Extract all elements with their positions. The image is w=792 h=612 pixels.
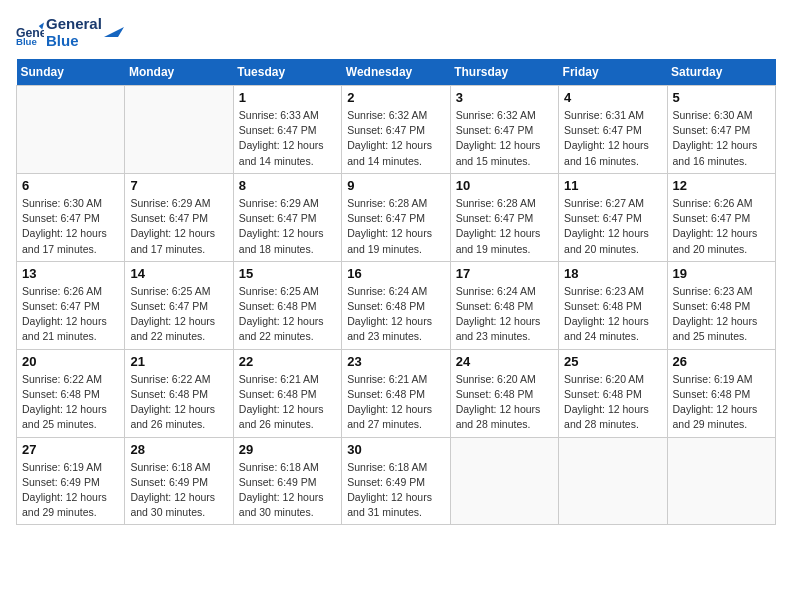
- weekday-header-sunday: Sunday: [17, 59, 125, 86]
- day-info: Sunrise: 6:24 AM Sunset: 6:48 PM Dayligh…: [347, 284, 444, 345]
- logo-blue: Blue: [46, 33, 102, 50]
- day-number: 28: [130, 442, 227, 457]
- calendar-cell: 1Sunrise: 6:33 AM Sunset: 6:47 PM Daylig…: [233, 86, 341, 174]
- weekday-header-wednesday: Wednesday: [342, 59, 450, 86]
- calendar-cell: 28Sunrise: 6:18 AM Sunset: 6:49 PM Dayli…: [125, 437, 233, 525]
- day-info: Sunrise: 6:32 AM Sunset: 6:47 PM Dayligh…: [456, 108, 553, 169]
- logo-arrow-icon: [104, 19, 124, 37]
- day-info: Sunrise: 6:25 AM Sunset: 6:48 PM Dayligh…: [239, 284, 336, 345]
- calendar-cell: 24Sunrise: 6:20 AM Sunset: 6:48 PM Dayli…: [450, 349, 558, 437]
- weekday-header-monday: Monday: [125, 59, 233, 86]
- day-info: Sunrise: 6:30 AM Sunset: 6:47 PM Dayligh…: [22, 196, 119, 257]
- calendar-cell: 19Sunrise: 6:23 AM Sunset: 6:48 PM Dayli…: [667, 261, 775, 349]
- logo: General Blue General Blue: [16, 16, 124, 49]
- day-number: 22: [239, 354, 336, 369]
- calendar-cell: 2Sunrise: 6:32 AM Sunset: 6:47 PM Daylig…: [342, 86, 450, 174]
- calendar-cell: 20Sunrise: 6:22 AM Sunset: 6:48 PM Dayli…: [17, 349, 125, 437]
- day-info: Sunrise: 6:23 AM Sunset: 6:48 PM Dayligh…: [564, 284, 661, 345]
- calendar-cell: 10Sunrise: 6:28 AM Sunset: 6:47 PM Dayli…: [450, 173, 558, 261]
- day-number: 17: [456, 266, 553, 281]
- calendar-cell: 23Sunrise: 6:21 AM Sunset: 6:48 PM Dayli…: [342, 349, 450, 437]
- logo-icon: General Blue: [16, 19, 44, 47]
- calendar-cell: 12Sunrise: 6:26 AM Sunset: 6:47 PM Dayli…: [667, 173, 775, 261]
- calendar-cell: [559, 437, 667, 525]
- weekday-header-tuesday: Tuesday: [233, 59, 341, 86]
- day-info: Sunrise: 6:20 AM Sunset: 6:48 PM Dayligh…: [456, 372, 553, 433]
- day-number: 2: [347, 90, 444, 105]
- day-number: 19: [673, 266, 770, 281]
- day-number: 21: [130, 354, 227, 369]
- day-number: 9: [347, 178, 444, 193]
- day-info: Sunrise: 6:31 AM Sunset: 6:47 PM Dayligh…: [564, 108, 661, 169]
- day-info: Sunrise: 6:24 AM Sunset: 6:48 PM Dayligh…: [456, 284, 553, 345]
- calendar-cell: 25Sunrise: 6:20 AM Sunset: 6:48 PM Dayli…: [559, 349, 667, 437]
- calendar-cell: 5Sunrise: 6:30 AM Sunset: 6:47 PM Daylig…: [667, 86, 775, 174]
- day-number: 4: [564, 90, 661, 105]
- day-info: Sunrise: 6:29 AM Sunset: 6:47 PM Dayligh…: [130, 196, 227, 257]
- calendar-cell: 16Sunrise: 6:24 AM Sunset: 6:48 PM Dayli…: [342, 261, 450, 349]
- calendar-cell: 30Sunrise: 6:18 AM Sunset: 6:49 PM Dayli…: [342, 437, 450, 525]
- calendar-cell: 27Sunrise: 6:19 AM Sunset: 6:49 PM Dayli…: [17, 437, 125, 525]
- calendar-cell: [125, 86, 233, 174]
- calendar-table: SundayMondayTuesdayWednesdayThursdayFrid…: [16, 59, 776, 525]
- calendar-week-1: 1Sunrise: 6:33 AM Sunset: 6:47 PM Daylig…: [17, 86, 776, 174]
- day-number: 20: [22, 354, 119, 369]
- day-info: Sunrise: 6:28 AM Sunset: 6:47 PM Dayligh…: [347, 196, 444, 257]
- calendar-cell: 9Sunrise: 6:28 AM Sunset: 6:47 PM Daylig…: [342, 173, 450, 261]
- day-number: 10: [456, 178, 553, 193]
- calendar-week-2: 6Sunrise: 6:30 AM Sunset: 6:47 PM Daylig…: [17, 173, 776, 261]
- day-number: 29: [239, 442, 336, 457]
- calendar-cell: 17Sunrise: 6:24 AM Sunset: 6:48 PM Dayli…: [450, 261, 558, 349]
- day-info: Sunrise: 6:23 AM Sunset: 6:48 PM Dayligh…: [673, 284, 770, 345]
- page-header: General Blue General Blue: [16, 16, 776, 49]
- day-info: Sunrise: 6:32 AM Sunset: 6:47 PM Dayligh…: [347, 108, 444, 169]
- day-number: 1: [239, 90, 336, 105]
- day-number: 6: [22, 178, 119, 193]
- calendar-week-3: 13Sunrise: 6:26 AM Sunset: 6:47 PM Dayli…: [17, 261, 776, 349]
- calendar-week-5: 27Sunrise: 6:19 AM Sunset: 6:49 PM Dayli…: [17, 437, 776, 525]
- calendar-cell: 13Sunrise: 6:26 AM Sunset: 6:47 PM Dayli…: [17, 261, 125, 349]
- day-info: Sunrise: 6:21 AM Sunset: 6:48 PM Dayligh…: [239, 372, 336, 433]
- day-info: Sunrise: 6:22 AM Sunset: 6:48 PM Dayligh…: [22, 372, 119, 433]
- day-number: 14: [130, 266, 227, 281]
- calendar-cell: 4Sunrise: 6:31 AM Sunset: 6:47 PM Daylig…: [559, 86, 667, 174]
- svg-marker-3: [104, 27, 124, 37]
- day-number: 26: [673, 354, 770, 369]
- day-info: Sunrise: 6:26 AM Sunset: 6:47 PM Dayligh…: [22, 284, 119, 345]
- day-number: 13: [22, 266, 119, 281]
- day-number: 8: [239, 178, 336, 193]
- weekday-header-saturday: Saturday: [667, 59, 775, 86]
- calendar-cell: [450, 437, 558, 525]
- day-number: 3: [456, 90, 553, 105]
- calendar-cell: 26Sunrise: 6:19 AM Sunset: 6:48 PM Dayli…: [667, 349, 775, 437]
- logo-general: General: [46, 16, 102, 33]
- day-info: Sunrise: 6:21 AM Sunset: 6:48 PM Dayligh…: [347, 372, 444, 433]
- day-number: 27: [22, 442, 119, 457]
- day-number: 12: [673, 178, 770, 193]
- calendar-week-4: 20Sunrise: 6:22 AM Sunset: 6:48 PM Dayli…: [17, 349, 776, 437]
- day-info: Sunrise: 6:22 AM Sunset: 6:48 PM Dayligh…: [130, 372, 227, 433]
- day-info: Sunrise: 6:19 AM Sunset: 6:49 PM Dayligh…: [22, 460, 119, 521]
- day-info: Sunrise: 6:27 AM Sunset: 6:47 PM Dayligh…: [564, 196, 661, 257]
- calendar-cell: [17, 86, 125, 174]
- calendar-cell: 14Sunrise: 6:25 AM Sunset: 6:47 PM Dayli…: [125, 261, 233, 349]
- calendar-cell: 6Sunrise: 6:30 AM Sunset: 6:47 PM Daylig…: [17, 173, 125, 261]
- calendar-cell: 18Sunrise: 6:23 AM Sunset: 6:48 PM Dayli…: [559, 261, 667, 349]
- calendar-cell: 8Sunrise: 6:29 AM Sunset: 6:47 PM Daylig…: [233, 173, 341, 261]
- calendar-cell: [667, 437, 775, 525]
- svg-text:Blue: Blue: [16, 36, 37, 47]
- day-number: 23: [347, 354, 444, 369]
- day-info: Sunrise: 6:29 AM Sunset: 6:47 PM Dayligh…: [239, 196, 336, 257]
- calendar-cell: 15Sunrise: 6:25 AM Sunset: 6:48 PM Dayli…: [233, 261, 341, 349]
- day-number: 16: [347, 266, 444, 281]
- day-info: Sunrise: 6:18 AM Sunset: 6:49 PM Dayligh…: [130, 460, 227, 521]
- day-number: 30: [347, 442, 444, 457]
- weekday-header-friday: Friday: [559, 59, 667, 86]
- calendar-cell: 21Sunrise: 6:22 AM Sunset: 6:48 PM Dayli…: [125, 349, 233, 437]
- day-number: 15: [239, 266, 336, 281]
- weekday-header-thursday: Thursday: [450, 59, 558, 86]
- day-info: Sunrise: 6:25 AM Sunset: 6:47 PM Dayligh…: [130, 284, 227, 345]
- day-info: Sunrise: 6:20 AM Sunset: 6:48 PM Dayligh…: [564, 372, 661, 433]
- day-info: Sunrise: 6:28 AM Sunset: 6:47 PM Dayligh…: [456, 196, 553, 257]
- calendar-header-row: SundayMondayTuesdayWednesdayThursdayFrid…: [17, 59, 776, 86]
